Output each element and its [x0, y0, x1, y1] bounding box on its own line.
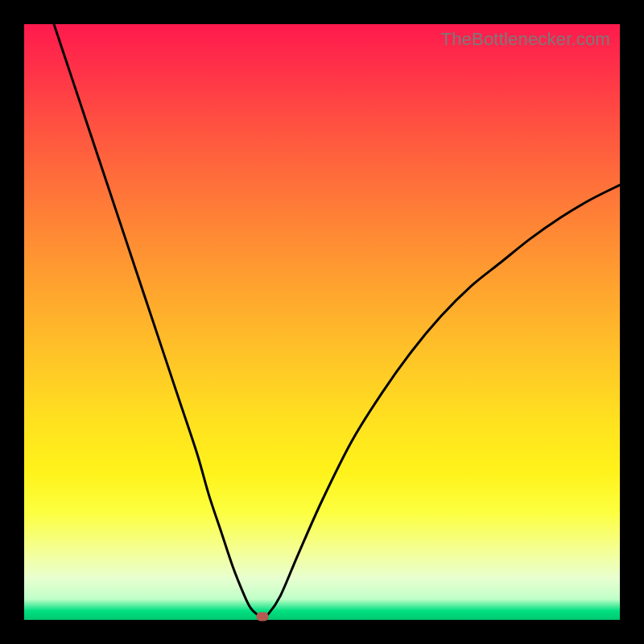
curve-path [54, 24, 620, 617]
plot-area: TheBottlenecker.com [24, 24, 620, 620]
bottleneck-curve [24, 24, 620, 620]
optimal-marker [257, 613, 269, 621]
chart-frame: TheBottlenecker.com [0, 0, 644, 644]
